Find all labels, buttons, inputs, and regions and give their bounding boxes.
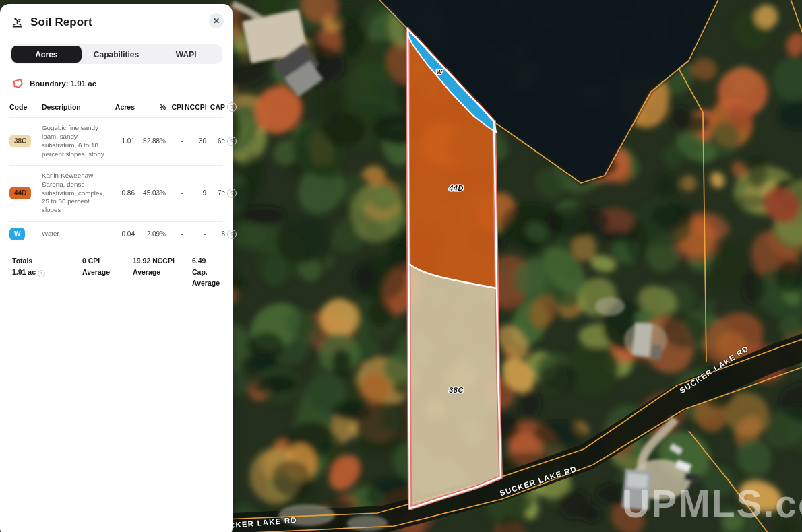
- soil-description: Karlin-Keweenaw-Sarona, dense substratum…: [42, 172, 111, 215]
- cap-value: 8: [208, 230, 225, 238]
- plant-icon: [11, 16, 24, 29]
- cpi-value: -: [167, 137, 183, 145]
- totals-help-icon[interactable]: ?: [38, 270, 45, 277]
- cpi-value: -: [167, 189, 183, 197]
- nccpi-value: 30: [185, 137, 206, 145]
- panel-header: Soil Report: [0, 4, 233, 29]
- col-code: Code: [9, 103, 40, 111]
- col-cpi: CPI: [167, 103, 183, 111]
- totals-row: Totals 1.91 ac? 0 CPI Average 19.92 NCCP…: [12, 255, 222, 288]
- screen: W 44D 38C SUCKER LAKE RD SUCKER LAKE RD …: [0, 0, 802, 532]
- soil-description: Water: [42, 230, 111, 238]
- tab-capabilities[interactable]: Capabilities: [82, 46, 152, 63]
- code-badge-38c: 38C: [9, 135, 31, 147]
- boundary-label: Boundary: 1.91 ac: [30, 79, 96, 88]
- col-acres: Acres: [112, 103, 135, 111]
- percent-value: 45.03%: [136, 189, 166, 197]
- col-cap: CAP: [208, 103, 225, 111]
- boundary-polygon-icon: [12, 78, 24, 89]
- totals-nccpi: 19.92 NCCPI Average: [133, 255, 192, 288]
- nccpi-value: -: [185, 230, 206, 238]
- table-row-38c: 38C Gogebic fine sandy loam, sandy subst…: [9, 117, 223, 165]
- close-button[interactable]: ✕: [209, 13, 224, 28]
- soil-description: Gogebic fine sandy loam, sandy substratu…: [42, 124, 111, 159]
- tab-bar: Acres Capabilities WAPI: [10, 44, 222, 64]
- soil-table: Code Description Acres % CPI NCCPI CAP ?…: [9, 102, 223, 246]
- acres-value: 1.01: [112, 137, 135, 145]
- cpi-value: -: [167, 230, 183, 238]
- totals-cpi: 0 CPI Average: [82, 255, 133, 288]
- code-badge-44d: 44D: [9, 187, 31, 199]
- soil-label-38c: 38C: [449, 386, 464, 394]
- acres-value: 0.04: [112, 230, 135, 238]
- header-help-icon[interactable]: ?: [227, 102, 237, 112]
- table-header: Code Description Acres % CPI NCCPI CAP ?: [9, 102, 223, 117]
- percent-value: 2.09%: [136, 230, 166, 238]
- cap-value: 6e: [208, 137, 225, 145]
- table-row-water: W Water 0.04 2.09% - - 8 ?: [9, 221, 223, 246]
- col-description: Description: [42, 103, 111, 111]
- col-nccpi: NCCPI: [185, 103, 206, 111]
- panel-title: Soil Report: [30, 15, 92, 29]
- watermark: UPMLS.com: [622, 482, 802, 525]
- table-row-44d: 44D Karlin-Keweenaw-Sarona, dense substr…: [9, 165, 223, 222]
- acres-value: 0.86: [112, 189, 135, 197]
- soil-label-water: W: [437, 69, 443, 75]
- row-help-icon[interactable]: ?: [227, 189, 237, 198]
- totals-cap: 6.49 Cap. Average: [192, 255, 222, 288]
- code-badge-w: W: [9, 228, 25, 240]
- col-percent: %: [136, 103, 166, 111]
- tab-acres[interactable]: Acres: [11, 46, 82, 63]
- soil-report-panel: Soil Report ✕ Acres Capabilities WAPI Bo…: [0, 4, 233, 532]
- row-help-icon[interactable]: ?: [227, 137, 237, 146]
- totals-acres: Totals 1.91 ac?: [12, 255, 82, 288]
- boundary-row: Boundary: 1.91 ac: [12, 78, 222, 89]
- row-help-icon[interactable]: ?: [227, 230, 237, 239]
- cap-value: 7e: [208, 189, 225, 197]
- nccpi-value: 9: [185, 189, 206, 197]
- soil-label-44d: 44D: [448, 184, 464, 192]
- percent-value: 52.88%: [136, 137, 166, 145]
- tab-wapi[interactable]: WAPI: [151, 46, 221, 63]
